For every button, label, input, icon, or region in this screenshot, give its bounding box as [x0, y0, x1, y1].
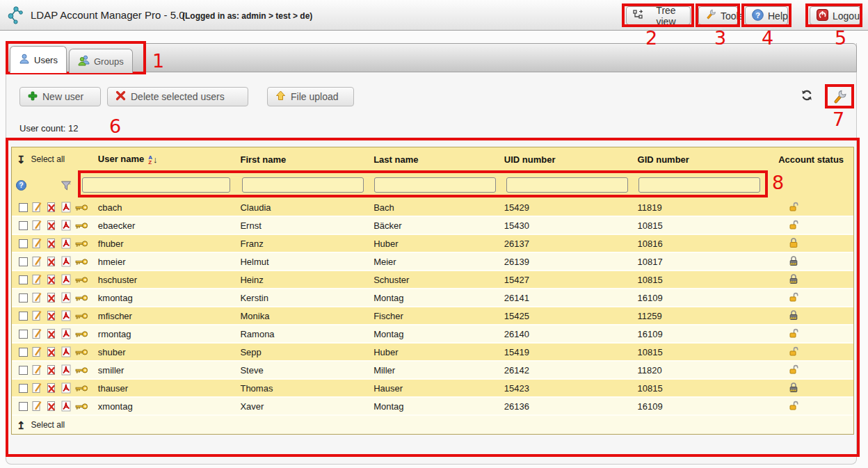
cell-firstname: Steve: [240, 365, 373, 376]
pdf-icon[interactable]: [61, 310, 72, 321]
select-all-bottom[interactable]: ↥ Select all: [12, 420, 65, 430]
column-header-firstname[interactable]: First name: [240, 154, 373, 165]
key-icon[interactable]: [75, 222, 88, 229]
pdf-icon[interactable]: [61, 346, 72, 357]
cell-firstname: Ramona: [240, 329, 373, 339]
cell-username: xmontag: [98, 401, 241, 412]
delete-icon[interactable]: [46, 238, 57, 249]
filter-firstname-input[interactable]: [242, 177, 364, 193]
cell-firstname: Franz: [240, 239, 373, 249]
delete-icon[interactable]: [46, 346, 57, 357]
pdf-icon[interactable]: [61, 202, 72, 213]
delete-icon[interactable]: [46, 220, 57, 231]
table-footer-row: ↥ Select all: [12, 416, 853, 434]
table-row: fhuber Franz Huber 26137 10816: [12, 235, 853, 253]
cell-firstname: Thomas: [240, 383, 373, 394]
file-upload-button[interactable]: File upload: [267, 87, 354, 106]
key-icon[interactable]: [75, 294, 88, 302]
delete-icon[interactable]: [46, 292, 57, 303]
filter-gid-input[interactable]: [638, 177, 760, 193]
tab-users[interactable]: Users: [10, 46, 67, 73]
cell-gid: 16109: [637, 401, 778, 412]
pdf-icon[interactable]: [61, 256, 72, 267]
column-header-username[interactable]: User nameAZ↓: [98, 154, 241, 165]
edit-icon[interactable]: [31, 364, 42, 376]
pdf-icon[interactable]: [61, 238, 72, 249]
delete-icon[interactable]: [46, 256, 57, 267]
tools-button[interactable]: Tools: [698, 6, 738, 25]
filter-username-input[interactable]: [82, 177, 230, 193]
select-all-top[interactable]: ↧ Select all: [12, 154, 65, 165]
pdf-icon[interactable]: [61, 401, 72, 412]
column-header-uid[interactable]: UID number: [504, 154, 638, 165]
edit-icon[interactable]: [31, 274, 42, 285]
cell-lastname: Fischer: [373, 311, 504, 321]
tree-view-button[interactable]: Tree view: [626, 6, 691, 25]
edit-icon[interactable]: [31, 382, 42, 394]
delete-selected-users-button[interactable]: Delete selected users: [107, 87, 248, 106]
key-icon[interactable]: [75, 312, 88, 320]
cell-firstname: Heinz: [240, 275, 373, 285]
pdf-icon[interactable]: [61, 292, 72, 303]
filter-lastname-input[interactable]: [374, 177, 496, 193]
key-icon[interactable]: [75, 258, 88, 266]
delete-icon[interactable]: [46, 328, 57, 339]
pdf-icon[interactable]: [61, 328, 72, 339]
sort-az-icon[interactable]: AZ↓: [148, 154, 157, 165]
row-checkbox[interactable]: [19, 257, 28, 266]
filter-uid-input[interactable]: [506, 177, 628, 193]
edit-icon[interactable]: [31, 256, 42, 267]
edit-icon[interactable]: [31, 346, 42, 357]
row-checkbox[interactable]: [19, 293, 28, 302]
filter-funnel-icon[interactable]: [61, 180, 72, 194]
delete-icon[interactable]: [46, 202, 57, 213]
key-icon[interactable]: [75, 276, 88, 284]
column-header-lastname[interactable]: Last name: [373, 154, 504, 165]
row-checkbox[interactable]: [19, 402, 28, 411]
row-checkbox[interactable]: [19, 203, 28, 212]
column-header-gid[interactable]: GID number: [638, 154, 779, 165]
delete-icon[interactable]: [46, 364, 57, 376]
edit-icon[interactable]: [31, 328, 42, 339]
logout-button[interactable]: Logout: [810, 6, 860, 25]
delete-icon[interactable]: [46, 274, 57, 285]
refresh-icon[interactable]: [800, 88, 814, 105]
pdf-icon[interactable]: [61, 382, 72, 394]
key-icon[interactable]: [75, 366, 88, 374]
row-checkbox[interactable]: [19, 275, 28, 284]
edit-icon[interactable]: [31, 202, 42, 213]
delete-icon[interactable]: [46, 401, 57, 412]
row-checkbox[interactable]: [19, 348, 28, 357]
pdf-icon[interactable]: [61, 364, 72, 376]
filter-help-icon[interactable]: ?: [16, 180, 26, 193]
pdf-icon[interactable]: [61, 274, 72, 285]
tab-groups[interactable]: Groups: [69, 49, 133, 73]
table-row: rmontag Ramona Montag 26140 16109: [12, 325, 853, 344]
help-button[interactable]: ? Help: [745, 6, 788, 25]
delete-icon[interactable]: [46, 382, 57, 394]
key-icon[interactable]: [75, 204, 88, 211]
row-checkbox[interactable]: [19, 221, 28, 230]
delete-icon[interactable]: [46, 310, 57, 321]
row-checkbox[interactable]: [19, 239, 28, 248]
edit-icon[interactable]: [31, 292, 42, 303]
edit-icon[interactable]: [31, 401, 42, 412]
select-all-down-icon: ↧: [17, 154, 26, 165]
cell-lastname: Montag: [373, 329, 504, 339]
key-icon[interactable]: [75, 403, 88, 410]
row-checkbox[interactable]: [19, 330, 28, 339]
key-icon[interactable]: [75, 330, 88, 338]
settings-wrench-icon[interactable]: [832, 90, 847, 108]
key-icon[interactable]: [75, 240, 88, 248]
key-icon[interactable]: [75, 348, 88, 356]
edit-icon[interactable]: [31, 220, 42, 231]
key-icon[interactable]: [75, 385, 88, 392]
cell-lastname: Huber: [373, 347, 504, 357]
row-checkbox[interactable]: [19, 384, 28, 393]
row-checkbox[interactable]: [19, 366, 28, 375]
row-checkbox[interactable]: [19, 312, 28, 321]
edit-icon[interactable]: [31, 238, 42, 249]
edit-icon[interactable]: [31, 310, 42, 321]
new-user-button[interactable]: New user: [19, 87, 101, 106]
pdf-icon[interactable]: [61, 220, 72, 231]
